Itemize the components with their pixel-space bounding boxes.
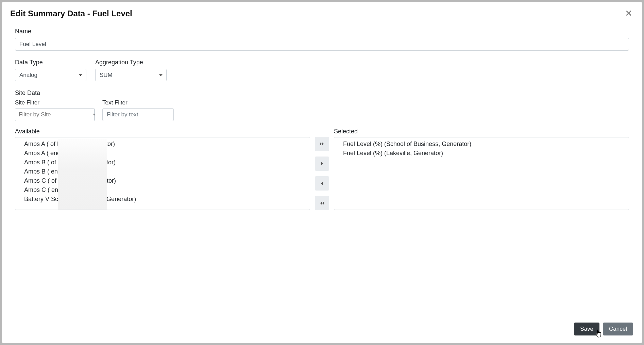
list-item[interactable]: Amps A ( enerator) [15, 149, 310, 158]
chevron-left-icon [320, 181, 324, 186]
text-filter-label: Text Filter [102, 99, 174, 106]
form-body: Name Data Type Analog Aggregation Type S… [10, 28, 634, 308]
chevron-right-icon [320, 161, 324, 166]
text-filter-col: Text Filter [102, 99, 174, 121]
dual-list: Available Amps A ( of Business, Generato… [15, 128, 629, 210]
filter-row: Site Filter Text Filter [15, 99, 629, 121]
list-item[interactable]: Fuel Level (%) (Lakeville, Generator) [334, 149, 629, 158]
list-item[interactable]: Amps C ( of Business, Generator) [15, 176, 310, 185]
selected-col: Selected Fuel Level (%) (School of Busin… [334, 128, 629, 210]
modal-title: Edit Summary Data - Fuel Level [10, 9, 132, 18]
site-filter-input[interactable] [15, 109, 94, 121]
double-chevron-left-icon [320, 201, 324, 206]
save-button[interactable]: Save [574, 323, 599, 335]
site-filter-label: Site Filter [15, 99, 95, 106]
close-button[interactable]: ✕ [624, 9, 634, 18]
modal-header: Edit Summary Data - Fuel Level ✕ [10, 9, 634, 18]
data-type-select[interactable]: Analog [15, 69, 86, 81]
selected-label: Selected [334, 128, 629, 135]
name-label: Name [15, 28, 629, 35]
list-item[interactable]: Fuel Level (%) (School of Business, Gene… [334, 139, 629, 149]
agg-type-select-wrap: SUM [95, 69, 167, 81]
agg-type-col: Aggregation Type SUM [95, 59, 167, 81]
text-filter-input[interactable] [102, 108, 174, 121]
available-list[interactable]: Amps A ( of Business, Generator)Amps A (… [15, 137, 310, 210]
available-col: Available Amps A ( of Business, Generato… [15, 128, 310, 210]
double-chevron-right-icon [320, 142, 324, 146]
list-item[interactable]: Amps B ( enerator) [15, 167, 310, 176]
type-row: Data Type Analog Aggregation Type SUM [15, 59, 629, 81]
move-all-left-button[interactable] [315, 196, 329, 210]
agg-type-label: Aggregation Type [95, 59, 167, 66]
data-type-select-wrap: Analog [15, 69, 86, 81]
move-right-button[interactable] [315, 157, 329, 171]
name-input[interactable] [15, 38, 629, 51]
agg-type-select[interactable]: SUM [95, 69, 167, 81]
name-group: Name [15, 28, 629, 51]
site-filter-col: Site Filter [15, 99, 95, 121]
data-type-col: Data Type Analog [15, 59, 86, 81]
list-item[interactable]: Battery V School of Business, Generator) [15, 195, 310, 204]
site-filter-combo [15, 108, 95, 121]
available-label: Available [15, 128, 310, 135]
site-data-label: Site Data [15, 89, 629, 97]
modal-dialog: Edit Summary Data - Fuel Level ✕ Name Da… [2, 2, 642, 343]
site-filter-dropdown-button[interactable] [94, 109, 95, 121]
move-controls [315, 128, 329, 210]
cancel-button[interactable]: Cancel [603, 323, 633, 335]
list-item[interactable]: Amps B ( of Business, Generator) [15, 158, 310, 167]
list-item[interactable]: Amps A ( of Business, Generator) [15, 139, 310, 149]
selected-list[interactable]: Fuel Level (%) (School of Business, Gene… [334, 137, 629, 210]
list-item[interactable]: Amps C ( enerator) [15, 185, 310, 195]
move-all-right-button[interactable] [315, 137, 329, 151]
modal-footer: Save Cancel [10, 321, 634, 336]
move-left-button[interactable] [315, 176, 329, 191]
close-icon: ✕ [625, 8, 632, 18]
data-type-label: Data Type [15, 59, 86, 66]
